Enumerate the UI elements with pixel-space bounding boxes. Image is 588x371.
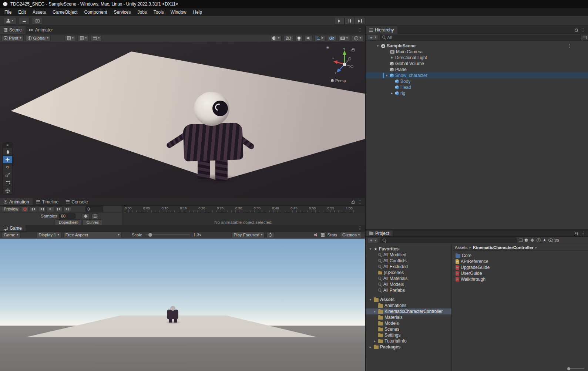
folder-animations[interactable]: Animations xyxy=(366,303,451,308)
packages-root[interactable]: ▸ Packages xyxy=(366,344,451,350)
tab-timeline[interactable]: Timeline xyxy=(33,198,62,205)
projection-label[interactable]: Persp xyxy=(331,78,346,83)
next-key-button[interactable] xyxy=(55,206,63,212)
more-icon[interactable]: ⋮ xyxy=(581,231,585,236)
favorite-all-modified[interactable]: All Modified xyxy=(366,252,451,258)
create-object-button[interactable]: ＋▾ xyxy=(367,35,378,40)
more-icon[interactable]: ⋮ xyxy=(358,226,362,231)
favorite-all-materials[interactable]: All Materials xyxy=(366,276,451,281)
info-icon[interactable]: ! xyxy=(537,238,541,242)
label-icon[interactable] xyxy=(530,239,534,242)
preview-toggle[interactable]: Preview xyxy=(2,206,20,212)
tab-scene[interactable]: Scene xyxy=(0,26,26,34)
record-button[interactable] xyxy=(21,206,28,212)
tab-project[interactable]: Project xyxy=(366,230,393,236)
last-frame-button[interactable] xyxy=(64,206,71,212)
foldout-closed-icon[interactable]: ▸ xyxy=(390,91,394,95)
file-apireference[interactable]: APIReference xyxy=(452,259,588,264)
hierarchy-item-snow-character[interactable]: ▾ Snow_character xyxy=(366,72,588,78)
file-core[interactable]: Core xyxy=(452,253,588,259)
create-asset-button[interactable]: ＋▾ xyxy=(367,237,378,243)
folder-settings[interactable]: Settings xyxy=(366,332,451,338)
folder-models[interactable]: Models xyxy=(366,320,451,326)
tab-animator[interactable]: Animator xyxy=(26,26,57,34)
curves-tab[interactable]: Curves xyxy=(83,219,103,225)
menu-services[interactable]: Services xyxy=(110,9,134,16)
samples-field[interactable]: 60 xyxy=(59,213,75,219)
collab-button[interactable] xyxy=(32,17,42,24)
aspect-dropdown[interactable]: Free Aspect▾ xyxy=(63,232,122,238)
foldout-open-icon[interactable]: ▾ xyxy=(376,44,380,48)
mute-audio-icon[interactable] xyxy=(314,233,318,237)
search-filter-icon[interactable] xyxy=(583,36,587,39)
dopesheet-tab[interactable]: Dopesheet xyxy=(55,219,82,225)
tab-hierarchy[interactable]: Hierarchy xyxy=(366,26,397,34)
hierarchy-item-directional-light[interactable]: ☀ Directional Light xyxy=(366,55,588,61)
account-button[interactable]: ▾ xyxy=(3,17,16,24)
snap-increment-dropdown[interactable]: ▾ xyxy=(78,35,89,41)
hierarchy-item-head[interactable]: Head xyxy=(366,84,588,90)
scene-more-icon[interactable]: ⋮ xyxy=(567,43,572,48)
cloud-button[interactable]: ☁ xyxy=(19,17,29,24)
foldout-open-icon[interactable]: ▾ xyxy=(369,247,372,251)
scale-tool-button[interactable] xyxy=(3,171,12,179)
add-keyframe-button[interactable] xyxy=(82,213,90,219)
menu-help[interactable]: Help xyxy=(190,9,206,16)
overlay-menu-icon[interactable]: ≡ xyxy=(326,45,329,50)
add-event-button[interactable] xyxy=(91,213,99,219)
hierarchy-item-body[interactable]: Body xyxy=(366,78,588,84)
hierarchy-item-rig[interactable]: ▸ rig xyxy=(366,90,588,96)
foldout-open-icon[interactable]: ▾ xyxy=(369,298,372,301)
rotate-tool-button[interactable]: ↻ xyxy=(3,163,12,171)
lock-icon[interactable] xyxy=(575,30,578,32)
hierarchy-item-global-volume[interactable]: Global Volume xyxy=(366,61,588,67)
breadcrumb-current[interactable]: KinematicCharacterController xyxy=(473,245,534,250)
audio-toggle[interactable] xyxy=(305,35,313,41)
move-tool-button[interactable] xyxy=(3,155,12,163)
project-search-input[interactable] xyxy=(380,237,517,243)
favorite-scenes-search[interactable]: (s)Scenes xyxy=(366,270,451,276)
menu-file[interactable]: File xyxy=(1,9,15,16)
scene-visibility-toggle[interactable] xyxy=(327,35,336,41)
menu-component[interactable]: Component xyxy=(81,9,110,16)
package-icon[interactable] xyxy=(525,239,528,242)
menu-tools[interactable]: Tools xyxy=(150,9,167,16)
scene-viewport[interactable]: ≡ y x z Persp xyxy=(0,42,365,198)
game-viewport[interactable] xyxy=(0,239,365,371)
tab-game[interactable]: Game xyxy=(0,225,26,231)
hierarchy-item-main-camera[interactable]: Main Camera xyxy=(366,49,588,55)
grid-visibility-dropdown[interactable]: ▾ xyxy=(65,35,76,41)
rect-tool-button[interactable] xyxy=(3,179,12,186)
tab-animation[interactable]: Animation xyxy=(0,198,33,205)
eye-icon[interactable] xyxy=(548,239,553,242)
menu-window[interactable]: Window xyxy=(167,9,190,16)
frame-field[interactable]: 0 xyxy=(85,206,103,212)
orientation-gizmo[interactable]: y x z xyxy=(332,46,357,74)
timeline-ruler[interactable]: 0:000:050:100:150:200:250:300:350:400:45… xyxy=(122,206,365,213)
scale-slider-knob[interactable] xyxy=(148,233,152,237)
gizmos-dropdown[interactable]: Gizmos▾ xyxy=(340,232,362,238)
search-in-icon[interactable] xyxy=(519,239,523,242)
lighting-toggle[interactable] xyxy=(295,35,303,41)
step-button[interactable] xyxy=(355,17,365,25)
favorite-all-prefabs[interactable]: All Prefabs xyxy=(366,287,451,293)
pause-button[interactable] xyxy=(345,17,355,25)
hierarchy-item-plane[interactable]: Plane xyxy=(366,67,588,72)
foldout-closed-icon[interactable]: ▸ xyxy=(373,310,377,313)
breadcrumb-assets[interactable]: Assets xyxy=(455,245,468,250)
favorite-all-excluded[interactable]: All Excluded xyxy=(366,264,451,270)
play-animation-button[interactable] xyxy=(47,206,54,212)
more-icon[interactable]: ⋮ xyxy=(358,27,362,33)
custom-tool-button[interactable] xyxy=(3,186,12,194)
folder-kinematiccharactercontroller[interactable]: ▸ KinematicCharacterController xyxy=(366,308,451,314)
playhead[interactable] xyxy=(125,206,125,213)
2d-toggle[interactable]: 2D xyxy=(283,35,293,41)
foldout-open-icon[interactable]: ▾ xyxy=(385,74,389,77)
timeline-content[interactable]: No animatable object selected. xyxy=(122,213,365,225)
snap-settings-dropdown[interactable]: ▾ xyxy=(91,35,102,41)
foldout-closed-icon[interactable]: ▸ xyxy=(369,345,372,349)
menu-assets[interactable]: Assets xyxy=(29,9,49,16)
play-focused-dropdown[interactable]: Play Focused▾ xyxy=(231,232,265,238)
hierarchy-scene-root[interactable]: ▾ SampleScene ⋮ xyxy=(366,43,588,49)
shading-mode-dropdown[interactable]: ▾ xyxy=(270,35,282,41)
